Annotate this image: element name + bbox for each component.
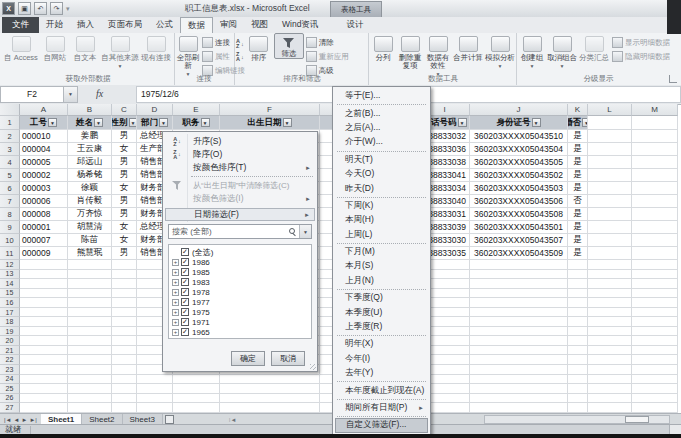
cell-K-8[interactable]: 是 [568, 208, 588, 221]
menu-item-sort-descending[interactable]: ZA↓ 降序(O) [165, 148, 315, 161]
cell-A-10[interactable]: 000007 [20, 234, 68, 247]
empty-cell[interactable] [20, 308, 68, 318]
cell-M-4[interactable] [632, 156, 678, 169]
empty-cell[interactable] [632, 375, 678, 385]
empty-cell[interactable] [112, 403, 137, 413]
menu-item-filter-by-color[interactable]: 按颜色筛选(I) ► [165, 192, 315, 205]
empty-cell[interactable] [588, 308, 632, 318]
row-header-19[interactable]: 19 [0, 327, 20, 337]
cell-M-10[interactable] [632, 234, 678, 247]
cell-A-7[interactable]: 000006 [20, 195, 68, 208]
row-header-14[interactable]: 14 [0, 279, 20, 289]
cell-C-3[interactable]: 女 [112, 143, 137, 156]
row-header-25[interactable]: 25 [0, 384, 20, 394]
cell-K-2[interactable]: 是 [568, 130, 588, 143]
filter-dropdown-icon[interactable]: ▼ [129, 118, 138, 127]
checkbox-checked-icon[interactable]: ✓ [181, 268, 189, 276]
filter-dropdown-icon[interactable]: ▼ [94, 118, 103, 127]
cell-L-9[interactable] [588, 221, 632, 234]
empty-cell[interactable] [470, 365, 568, 375]
cell-C-5[interactable]: 男 [112, 169, 137, 182]
expand-icon[interactable]: + [172, 289, 179, 296]
cell-M-6[interactable] [632, 182, 678, 195]
empty-cell[interactable] [112, 298, 137, 308]
empty-cell[interactable] [588, 394, 632, 404]
empty-cell[interactable] [588, 260, 632, 270]
cell-M-11[interactable] [632, 247, 678, 260]
empty-cell[interactable] [20, 346, 68, 356]
empty-cell[interactable] [20, 260, 68, 270]
submenu-item-19[interactable]: 本年度截止到现在(A) [335, 383, 428, 397]
cell-C-2[interactable]: 男 [112, 130, 137, 143]
cell-B-5[interactable]: 杨希铭 [68, 169, 112, 182]
from-web-button[interactable]: 自网站 [40, 33, 70, 62]
empty-cell[interactable] [470, 317, 568, 327]
empty-cell[interactable] [568, 384, 588, 394]
ribbon-tab-8[interactable]: 设计 [339, 17, 370, 33]
cell-A-5[interactable]: 000002 [20, 169, 68, 182]
filter-dropdown-icon[interactable]: ▼ [48, 118, 57, 127]
empty-cell[interactable] [632, 298, 678, 308]
empty-cell[interactable] [68, 336, 112, 346]
row-header-16[interactable]: 16 [0, 298, 20, 308]
empty-cell[interactable] [112, 279, 137, 289]
cell-K-7[interactable]: 否 [568, 195, 588, 208]
empty-cell[interactable] [137, 384, 173, 394]
submenu-item-11[interactable]: 本月(S) [335, 259, 428, 273]
empty-cell[interactable] [588, 327, 632, 337]
submenu-item-9[interactable]: 上周(L) [335, 228, 428, 242]
filter-search-box[interactable]: 搜索 (全部) ▼ [168, 224, 312, 239]
empty-cell[interactable] [588, 270, 632, 280]
cell-A-6[interactable]: 000003 [20, 182, 68, 195]
empty-cell[interactable] [68, 317, 112, 327]
empty-cell[interactable] [112, 355, 137, 365]
submenu-item-0[interactable]: 等于(E)... [335, 89, 428, 103]
empty-cell[interactable] [632, 355, 678, 365]
cell-A-11[interactable]: 000009 [20, 247, 68, 260]
row-header-17[interactable]: 17 [0, 308, 20, 318]
consolidate-button[interactable]: 合并计算 [452, 33, 484, 62]
cell-J-3[interactable]: 360203XXXX05043504 [470, 143, 568, 156]
submenu-item-10[interactable]: 下月(M) [335, 245, 428, 259]
empty-cell[interactable] [112, 346, 137, 356]
cell-A-8[interactable]: 000008 [20, 208, 68, 221]
filter-tree-item[interactable]: +✓1965 [169, 327, 311, 337]
empty-cell[interactable] [20, 336, 68, 346]
empty-cell[interactable] [470, 375, 568, 385]
row-header-11[interactable]: 11 [0, 247, 20, 260]
sort-za-icon[interactable]: ZA↓ [236, 52, 244, 62]
empty-cell[interactable] [568, 260, 588, 270]
empty-cell[interactable] [632, 260, 678, 270]
empty-cell[interactable] [20, 375, 68, 385]
empty-cell[interactable] [112, 394, 137, 404]
cell-J-5[interactable]: 360203XXXX05043502 [470, 169, 568, 182]
empty-cell[interactable] [20, 394, 68, 404]
empty-cell[interactable] [68, 365, 112, 375]
checkbox-checked-icon[interactable]: ✓ [181, 248, 189, 256]
menu-item-sort-by-color[interactable]: 按颜色排序(T) ► [165, 161, 315, 174]
column-letter-M[interactable]: M [632, 104, 678, 116]
row-header-24[interactable]: 24 [0, 375, 20, 385]
cell-B-11[interactable]: 熊慧珉 [68, 247, 112, 260]
cell-M-3[interactable] [632, 143, 678, 156]
cell-L-10[interactable] [588, 234, 632, 247]
empty-cell[interactable] [112, 375, 137, 385]
ok-button[interactable]: 确定 [231, 351, 265, 366]
empty-cell[interactable] [68, 260, 112, 270]
cell-L-3[interactable] [588, 143, 632, 156]
empty-cell[interactable] [68, 308, 112, 318]
cell-J-9[interactable]: 360203XXXX05043501 [470, 221, 568, 234]
empty-cell[interactable] [568, 289, 588, 299]
row-header-27[interactable]: 27 [0, 403, 20, 413]
filter-tree-item[interactable]: +✓1971 [169, 317, 311, 327]
empty-cell[interactable] [20, 384, 68, 394]
empty-cell[interactable] [588, 289, 632, 299]
row-header-6[interactable]: 6 [0, 182, 20, 195]
cell-K-11[interactable]: 是 [568, 247, 588, 260]
checkbox-checked-icon[interactable]: ✓ [181, 298, 189, 306]
empty-cell[interactable] [632, 365, 678, 375]
empty-cell[interactable] [588, 355, 632, 365]
existing-connections-button[interactable]: 现有连接 [140, 33, 172, 62]
empty-cell[interactable] [20, 403, 68, 413]
empty-cell[interactable] [470, 270, 568, 280]
